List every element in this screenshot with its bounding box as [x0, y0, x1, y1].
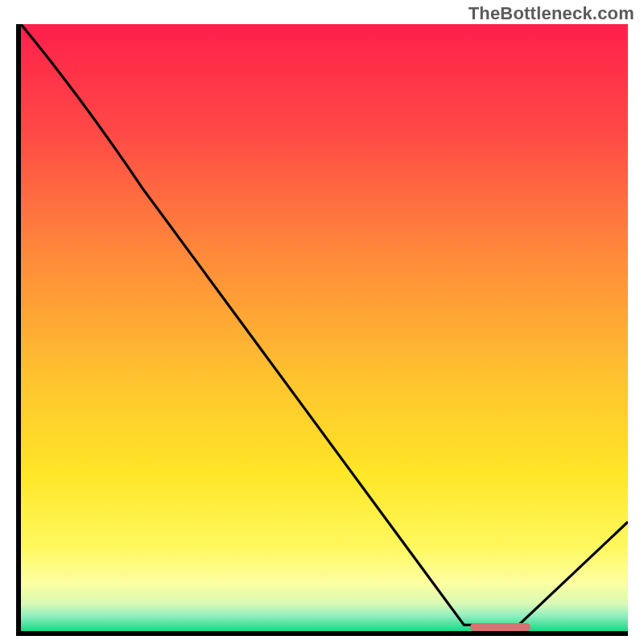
curve-layer [21, 24, 628, 631]
watermark-text: TheBottleneck.com [469, 3, 634, 24]
optimal-range-marker [470, 623, 530, 631]
chart-container: TheBottleneck.com [0, 0, 644, 644]
plot-area [16, 24, 628, 636]
bottleneck-curve-path [21, 24, 628, 625]
